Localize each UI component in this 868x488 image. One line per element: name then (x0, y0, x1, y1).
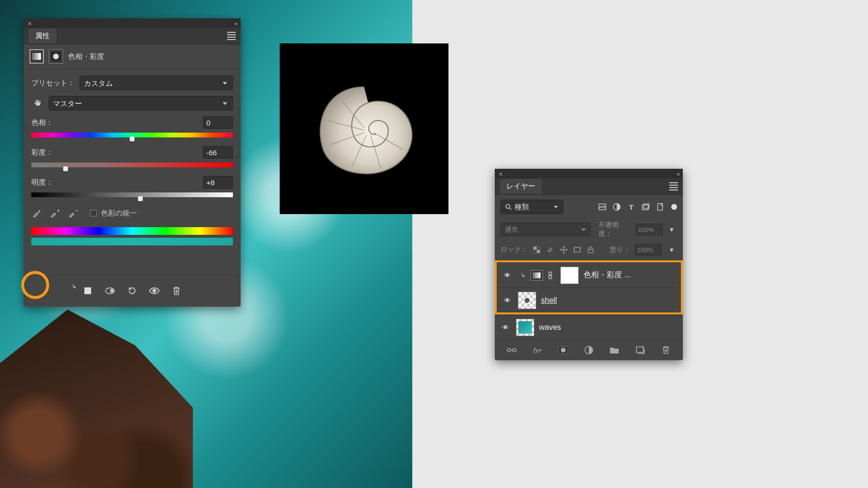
svg-rect-12 (642, 205, 648, 210)
filter-text-icon[interactable]: T (626, 202, 637, 212)
svg-point-8 (153, 289, 156, 292)
properties-panel: 属性 色相・彩度 プリセット： カスタム マスター (24, 18, 241, 307)
lightness-value-input[interactable] (203, 176, 233, 189)
chevron-down-icon[interactable]: ▾ (666, 244, 677, 255)
lock-artboard-icon[interactable] (573, 245, 582, 254)
layer-thumb[interactable] (518, 292, 536, 309)
filter-toggle[interactable] (671, 204, 677, 210)
svg-point-9 (506, 204, 510, 208)
nautilus-shell-icon (309, 77, 420, 178)
filter-value-label: 種類 (515, 203, 529, 212)
layer-thumb[interactable] (516, 319, 534, 336)
layer-name[interactable]: waves (539, 323, 561, 332)
svg-rect-20 (535, 272, 538, 278)
layer-row-waves[interactable]: waves (495, 314, 683, 339)
panel-titlebar (495, 169, 683, 178)
saturation-label: 彩度： (31, 148, 53, 157)
lock-paint-icon[interactable] (546, 245, 555, 254)
eyedropper-icon[interactable] (31, 208, 42, 218)
opacity-label: 不透明度： (598, 221, 632, 238)
input-hue-strip (31, 227, 233, 235)
hue-label: 色相： (31, 118, 53, 127)
trash-button[interactable] (165, 282, 188, 300)
svg-rect-24 (507, 349, 511, 352)
output-hue-strip (31, 238, 233, 245)
panel-tabbar: レイヤー (495, 178, 683, 195)
visibility-icon[interactable] (500, 323, 511, 331)
layer-row-adjustment[interactable]: ↳ 色相・彩度 ... (497, 262, 681, 287)
trash-button[interactable] (660, 345, 672, 355)
lightness-slider[interactable] (31, 192, 233, 197)
clip-indicator-icon: ↳ (521, 272, 526, 279)
layer-name[interactable]: 色相・彩度 ... (583, 270, 631, 280)
hue-slider[interactable] (31, 133, 233, 137)
lock-label: ロック： (501, 245, 528, 254)
svg-rect-19 (533, 272, 535, 278)
svg-rect-17 (588, 249, 593, 253)
chevron-down-icon[interactable]: ▾ (666, 224, 677, 235)
visibility-icon[interactable] (502, 296, 513, 304)
svg-rect-21 (538, 272, 541, 278)
adjustment-name-label: 色相・彩度 (68, 52, 104, 61)
tutorial-highlight-ring (21, 271, 49, 299)
filter-pixel-icon[interactable] (597, 202, 608, 212)
colorize-label: 色彩の統一 (101, 209, 137, 218)
saturation-value-input[interactable] (203, 146, 233, 159)
panel-menu-icon[interactable] (669, 182, 678, 190)
shell-thumbnail-tile (280, 43, 448, 214)
filter-adjust-icon[interactable] (611, 202, 622, 212)
eyedropper-add-icon[interactable] (50, 208, 60, 218)
collapse-icon[interactable] (234, 20, 237, 27)
reset-button[interactable] (121, 282, 143, 300)
preset-select[interactable]: カスタム (80, 76, 233, 90)
layer-name[interactable]: shell (541, 296, 557, 305)
group-button[interactable] (608, 345, 621, 355)
panel-menu-icon[interactable] (227, 32, 236, 40)
new-layer-button[interactable] (634, 345, 647, 355)
svg-point-5 (53, 54, 59, 59)
fill-label: 塗り： (610, 245, 630, 254)
svg-rect-25 (513, 349, 516, 352)
collapse-icon[interactable] (677, 170, 679, 177)
layer-row-shell[interactable]: shell (497, 287, 681, 312)
filter-smart-icon[interactable] (655, 202, 665, 212)
preset-label: プリセット： (31, 79, 75, 88)
lightness-label: 明度： (31, 178, 53, 187)
link-layers-button[interactable] (505, 345, 518, 355)
svg-rect-14 (658, 203, 663, 210)
saturation-slider[interactable] (31, 163, 233, 167)
mask-icon[interactable] (49, 49, 63, 64)
opacity-input[interactable] (636, 224, 663, 235)
adjustment-button[interactable] (583, 345, 595, 355)
svg-rect-2 (35, 53, 38, 60)
link-icon[interactable] (548, 271, 556, 279)
panel-tabbar: 属性 (24, 28, 241, 44)
tab-properties[interactable]: 属性 (28, 28, 56, 43)
hue-value-input[interactable] (203, 116, 233, 129)
fx-button[interactable]: fx ▾ (531, 345, 543, 355)
visibility-icon[interactable] (502, 271, 513, 279)
close-icon[interactable] (27, 20, 32, 27)
mask-button[interactable] (557, 345, 570, 355)
svg-rect-1 (32, 53, 35, 60)
clip-to-layer-button[interactable]: ↳ (77, 282, 99, 300)
lock-all-icon[interactable] (586, 245, 595, 254)
eyedropper-sub-icon[interactable] (68, 208, 79, 218)
view-previous-button[interactable] (99, 282, 121, 300)
close-icon[interactable] (499, 170, 503, 177)
svg-rect-16 (574, 247, 580, 252)
fill-input[interactable] (635, 244, 662, 256)
targeted-adjust-icon[interactable] (31, 97, 44, 109)
lock-move-icon[interactable] (559, 245, 568, 254)
colorize-checkbox[interactable]: 色彩の統一 (90, 209, 137, 218)
channel-select[interactable]: マスター (49, 96, 233, 110)
lock-transparent-icon[interactable] (532, 245, 541, 254)
layer-filter-select[interactable]: 種類 (501, 200, 563, 214)
blend-mode-select[interactable]: 通常 (501, 223, 591, 236)
visibility-toggle-button[interactable] (143, 282, 165, 300)
adjustment-type-icon[interactable] (29, 49, 44, 64)
tab-layers[interactable]: レイヤー (500, 179, 542, 194)
filter-shape-icon[interactable] (640, 202, 651, 212)
svg-rect-3 (38, 53, 41, 60)
mask-thumb[interactable] (560, 267, 579, 284)
